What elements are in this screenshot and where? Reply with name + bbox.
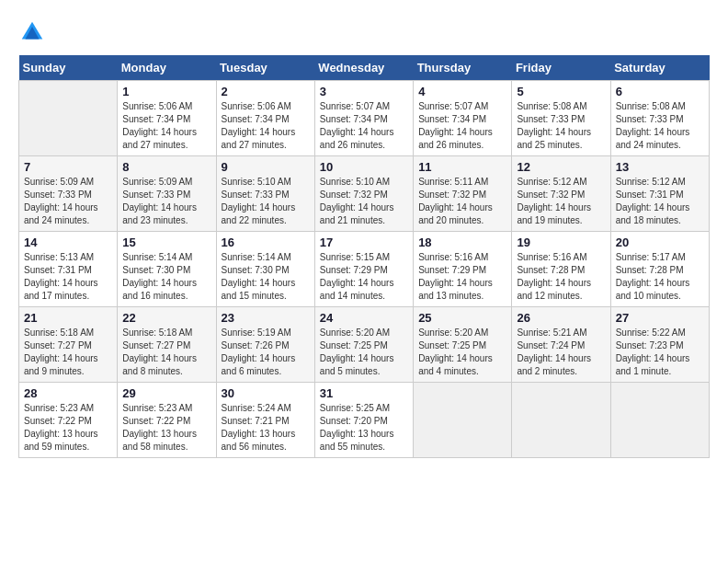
day-number: 3 bbox=[320, 85, 408, 98]
day-number: 7 bbox=[24, 160, 112, 174]
day-info: Sunrise: 5:25 AM Sunset: 7:20 PM Dayligh… bbox=[320, 402, 408, 454]
day-info: Sunrise: 5:14 AM Sunset: 7:30 PM Dayligh… bbox=[222, 251, 310, 303]
calendar-cell: 29Sunrise: 5:23 AM Sunset: 7:22 PM Dayli… bbox=[118, 383, 216, 458]
day-number: 12 bbox=[517, 160, 605, 174]
day-info: Sunrise: 5:23 AM Sunset: 7:22 PM Dayligh… bbox=[24, 402, 112, 454]
calendar-cell: 14Sunrise: 5:13 AM Sunset: 7:31 PM Dayli… bbox=[19, 232, 118, 307]
calendar-cell: 21Sunrise: 5:18 AM Sunset: 7:27 PM Dayli… bbox=[19, 307, 118, 383]
calendar-cell: 17Sunrise: 5:15 AM Sunset: 7:29 PM Dayli… bbox=[314, 232, 413, 307]
calendar-cell bbox=[512, 383, 610, 458]
calendar-cell: 15Sunrise: 5:14 AM Sunset: 7:30 PM Dayli… bbox=[118, 232, 216, 307]
day-info: Sunrise: 5:20 AM Sunset: 7:25 PM Dayligh… bbox=[320, 327, 408, 378]
calendar-cell: 28Sunrise: 5:23 AM Sunset: 7:22 PM Dayli… bbox=[19, 383, 118, 458]
calendar-cell: 2Sunrise: 5:06 AM Sunset: 7:34 PM Daylig… bbox=[216, 81, 314, 156]
day-info: Sunrise: 5:15 AM Sunset: 7:29 PM Dayligh… bbox=[320, 251, 408, 303]
day-info: Sunrise: 5:10 AM Sunset: 7:33 PM Dayligh… bbox=[222, 176, 310, 227]
day-info: Sunrise: 5:18 AM Sunset: 7:27 PM Dayligh… bbox=[122, 327, 210, 378]
day-number: 16 bbox=[222, 236, 310, 249]
calendar-cell: 27Sunrise: 5:22 AM Sunset: 7:23 PM Dayli… bbox=[610, 307, 709, 383]
calendar-cell: 8Sunrise: 5:09 AM Sunset: 7:33 PM Daylig… bbox=[118, 156, 216, 232]
day-info: Sunrise: 5:12 AM Sunset: 7:31 PM Dayligh… bbox=[616, 176, 704, 227]
calendar-week-5: 28Sunrise: 5:23 AM Sunset: 7:22 PM Dayli… bbox=[19, 383, 710, 458]
calendar-cell: 23Sunrise: 5:19 AM Sunset: 7:26 PM Dayli… bbox=[216, 307, 314, 383]
day-number: 26 bbox=[517, 311, 605, 325]
day-number: 25 bbox=[418, 311, 506, 325]
day-info: Sunrise: 5:20 AM Sunset: 7:25 PM Dayligh… bbox=[418, 327, 506, 378]
calendar-header-row: SundayMondayTuesdayWednesdayThursdayFrid… bbox=[19, 55, 710, 81]
calendar-cell: 30Sunrise: 5:24 AM Sunset: 7:21 PM Dayli… bbox=[216, 383, 314, 458]
day-number: 13 bbox=[616, 160, 704, 174]
calendar-cell: 20Sunrise: 5:17 AM Sunset: 7:28 PM Dayli… bbox=[610, 232, 709, 307]
day-info: Sunrise: 5:14 AM Sunset: 7:30 PM Dayligh… bbox=[122, 251, 210, 303]
day-number: 27 bbox=[616, 311, 704, 325]
day-number: 8 bbox=[122, 160, 210, 174]
day-info: Sunrise: 5:24 AM Sunset: 7:21 PM Dayligh… bbox=[222, 402, 310, 454]
header-friday: Friday bbox=[512, 55, 610, 81]
header-wednesday: Wednesday bbox=[314, 55, 413, 81]
day-number: 6 bbox=[616, 85, 704, 98]
day-number: 2 bbox=[222, 85, 310, 98]
day-number: 29 bbox=[122, 386, 210, 400]
day-number: 30 bbox=[222, 386, 310, 400]
day-number: 9 bbox=[222, 160, 310, 174]
header-saturday: Saturday bbox=[610, 55, 709, 81]
day-number: 18 bbox=[418, 236, 506, 249]
day-number: 11 bbox=[418, 160, 506, 174]
day-info: Sunrise: 5:23 AM Sunset: 7:22 PM Dayligh… bbox=[122, 402, 210, 454]
header-tuesday: Tuesday bbox=[216, 55, 314, 81]
header-sunday: Sunday bbox=[19, 55, 118, 81]
header-monday: Monday bbox=[118, 55, 216, 81]
calendar-cell: 5Sunrise: 5:08 AM Sunset: 7:33 PM Daylig… bbox=[512, 81, 610, 156]
day-info: Sunrise: 5:12 AM Sunset: 7:32 PM Dayligh… bbox=[517, 176, 605, 227]
calendar-cell: 11Sunrise: 5:11 AM Sunset: 7:32 PM Dayli… bbox=[414, 156, 512, 232]
day-info: Sunrise: 5:09 AM Sunset: 7:33 PM Dayligh… bbox=[24, 176, 112, 227]
calendar-cell bbox=[414, 383, 512, 458]
day-info: Sunrise: 5:07 AM Sunset: 7:34 PM Dayligh… bbox=[418, 100, 506, 152]
calendar-cell bbox=[610, 383, 709, 458]
day-info: Sunrise: 5:19 AM Sunset: 7:26 PM Dayligh… bbox=[222, 327, 310, 378]
day-info: Sunrise: 5:16 AM Sunset: 7:29 PM Dayligh… bbox=[418, 251, 506, 303]
header-thursday: Thursday bbox=[414, 55, 512, 81]
day-number: 5 bbox=[517, 85, 605, 98]
day-info: Sunrise: 5:10 AM Sunset: 7:32 PM Dayligh… bbox=[320, 176, 408, 227]
day-number: 14 bbox=[24, 236, 112, 249]
calendar-week-4: 21Sunrise: 5:18 AM Sunset: 7:27 PM Dayli… bbox=[19, 307, 710, 383]
calendar-cell: 10Sunrise: 5:10 AM Sunset: 7:32 PM Dayli… bbox=[314, 156, 413, 232]
day-info: Sunrise: 5:21 AM Sunset: 7:24 PM Dayligh… bbox=[517, 327, 605, 378]
day-info: Sunrise: 5:07 AM Sunset: 7:34 PM Dayligh… bbox=[320, 100, 408, 152]
day-number: 10 bbox=[320, 160, 408, 174]
calendar-cell: 1Sunrise: 5:06 AM Sunset: 7:34 PM Daylig… bbox=[118, 81, 216, 156]
day-number: 22 bbox=[122, 311, 210, 325]
calendar-cell: 9Sunrise: 5:10 AM Sunset: 7:33 PM Daylig… bbox=[216, 156, 314, 232]
calendar-cell: 25Sunrise: 5:20 AM Sunset: 7:25 PM Dayli… bbox=[414, 307, 512, 383]
logo-icon bbox=[18, 18, 46, 46]
calendar-cell: 12Sunrise: 5:12 AM Sunset: 7:32 PM Dayli… bbox=[512, 156, 610, 232]
calendar-week-3: 14Sunrise: 5:13 AM Sunset: 7:31 PM Dayli… bbox=[19, 232, 710, 307]
calendar-cell: 6Sunrise: 5:08 AM Sunset: 7:33 PM Daylig… bbox=[610, 81, 709, 156]
day-info: Sunrise: 5:09 AM Sunset: 7:33 PM Dayligh… bbox=[122, 176, 210, 227]
day-number: 15 bbox=[122, 236, 210, 249]
day-number: 23 bbox=[222, 311, 310, 325]
logo bbox=[18, 18, 50, 46]
day-number: 31 bbox=[320, 386, 408, 400]
day-info: Sunrise: 5:06 AM Sunset: 7:34 PM Dayligh… bbox=[222, 100, 310, 152]
calendar-cell: 26Sunrise: 5:21 AM Sunset: 7:24 PM Dayli… bbox=[512, 307, 610, 383]
day-number: 21 bbox=[24, 311, 112, 325]
day-info: Sunrise: 5:11 AM Sunset: 7:32 PM Dayligh… bbox=[418, 176, 506, 227]
day-number: 20 bbox=[616, 236, 704, 249]
day-info: Sunrise: 5:13 AM Sunset: 7:31 PM Dayligh… bbox=[24, 251, 112, 303]
day-info: Sunrise: 5:22 AM Sunset: 7:23 PM Dayligh… bbox=[616, 327, 704, 378]
page-header bbox=[18, 18, 710, 46]
calendar-cell: 13Sunrise: 5:12 AM Sunset: 7:31 PM Dayli… bbox=[610, 156, 709, 232]
day-number: 19 bbox=[517, 236, 605, 249]
day-info: Sunrise: 5:17 AM Sunset: 7:28 PM Dayligh… bbox=[616, 251, 704, 303]
calendar-week-2: 7Sunrise: 5:09 AM Sunset: 7:33 PM Daylig… bbox=[19, 156, 710, 232]
calendar-cell bbox=[19, 81, 118, 156]
day-number: 4 bbox=[418, 85, 506, 98]
day-info: Sunrise: 5:08 AM Sunset: 7:33 PM Dayligh… bbox=[517, 100, 605, 152]
calendar-cell: 18Sunrise: 5:16 AM Sunset: 7:29 PM Dayli… bbox=[414, 232, 512, 307]
calendar-week-1: 1Sunrise: 5:06 AM Sunset: 7:34 PM Daylig… bbox=[19, 81, 710, 156]
calendar-cell: 31Sunrise: 5:25 AM Sunset: 7:20 PM Dayli… bbox=[314, 383, 413, 458]
calendar-cell: 3Sunrise: 5:07 AM Sunset: 7:34 PM Daylig… bbox=[314, 81, 413, 156]
day-number: 17 bbox=[320, 236, 408, 249]
